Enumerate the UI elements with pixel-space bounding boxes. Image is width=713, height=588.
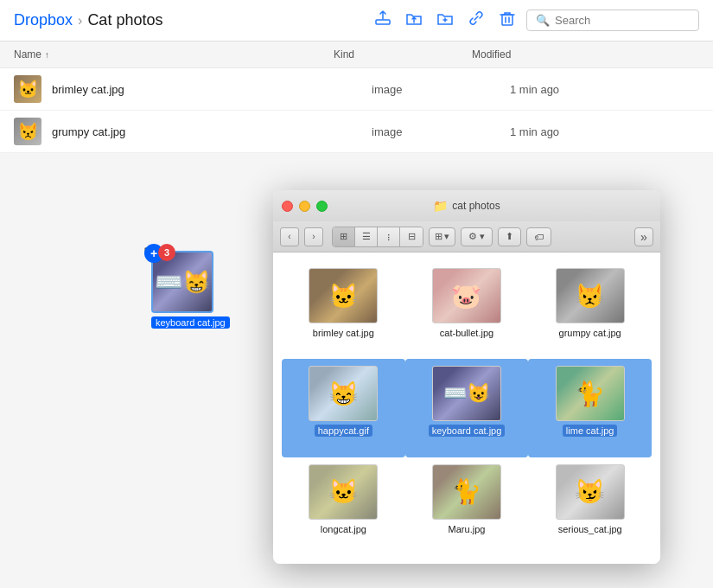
finder-item-thumb: 😾 [556, 268, 625, 323]
file-kind: image [372, 83, 510, 96]
col-header-modified[interactable]: Modified [472, 48, 699, 61]
view-cover-button[interactable]: ⊟ [400, 227, 423, 246]
drag-count-badge: 3 [158, 244, 175, 261]
finder-titlebar: 📁 cat photos [273, 190, 660, 221]
drag-thumbnail: ⌨️😸 [151, 251, 213, 313]
view-toggle-group: ⊞ ☰ ⫶ ⊟ [332, 227, 423, 247]
finder-item-thumb: 🐷 [432, 268, 501, 323]
finder-item[interactable]: 🐱 longcat.jpg [282, 457, 405, 555]
finder-item-thumb: 🐱 [309, 268, 378, 323]
breadcrumb-current: Cat photos [87, 11, 162, 29]
finder-item-label: Maru.jpg [445, 523, 489, 535]
drag-label: keyboard cat.jpg [151, 316, 230, 329]
finder-window: 📁 cat photos ‹ › ⊞ ☰ ⫶ ⊟ ⊞ ▾ ⚙ ▾ ⬆ 🏷 » [273, 190, 660, 564]
share-icon: ⬆ [506, 231, 513, 242]
search-box[interactable]: 🔍 [526, 10, 699, 31]
more-button[interactable]: » [634, 227, 653, 246]
upload-folder-icon[interactable] [405, 10, 423, 31]
tag-icon: 🏷 [534, 232, 544, 242]
finder-item-label: lime cat.jpg [563, 425, 618, 437]
arrange-chevron: ▾ [444, 231, 449, 242]
finder-item[interactable]: 🐱 brimley cat.jpg [282, 261, 405, 359]
file-thumbnail: 😾 [14, 118, 41, 145]
folder-icon: 📁 [433, 199, 448, 213]
col-header-name[interactable]: Name ↑ [14, 48, 334, 61]
file-list: 🐱 brimley cat.jpg image 1 min ago 😾 grum… [0, 68, 713, 153]
arrange-icon: ⊞ [435, 231, 442, 242]
table-row[interactable]: 🐱 brimley cat.jpg image 1 min ago [0, 68, 713, 111]
upload-file-icon[interactable] [374, 10, 392, 31]
file-thumbnail: 🐱 [14, 75, 41, 103]
finder-item-label: grumpy cat.jpg [556, 327, 625, 339]
nav-forward-button[interactable]: › [304, 227, 323, 246]
file-list-header: Name ↑ Kind Modified [0, 42, 713, 68]
copy-link-icon[interactable] [468, 10, 485, 31]
finder-grid: 🐱 brimley cat.jpg 🐷 cat-bullet.jpg 😾 gru… [273, 252, 660, 564]
svg-rect-0 [376, 20, 390, 24]
finder-item-thumb: ⌨️😺 [432, 366, 501, 421]
finder-item[interactable]: 😸 happycat.gif [282, 359, 405, 457]
file-modified: 1 min ago [510, 83, 699, 96]
view-list-button[interactable]: ☰ [355, 227, 378, 246]
share-button[interactable]: ⬆ [498, 227, 521, 246]
search-icon: 🔍 [536, 14, 550, 27]
breadcrumb: Dropbox › Cat photos [14, 11, 364, 29]
action-chevron: ▾ [480, 231, 485, 242]
finder-item-thumb: 🐱 [309, 464, 378, 520]
drag-item: ↖ + 3 ⌨️😸 keyboard cat.jpg [151, 251, 230, 329]
arrange-dropdown[interactable]: ⊞ ▾ [429, 227, 455, 246]
file-name: brimley cat.jpg [52, 83, 328, 96]
finder-item-label: brimley cat.jpg [309, 327, 378, 339]
top-bar: Dropbox › Cat photos [0, 0, 713, 42]
file-modified: 1 min ago [510, 125, 699, 138]
close-button[interactable] [282, 201, 293, 212]
file-kind: image [372, 125, 510, 138]
finder-item-label: keyboard cat.jpg [429, 425, 506, 437]
minimize-button[interactable] [299, 201, 310, 212]
file-name: grumpy cat.jpg [52, 125, 328, 138]
col-header-kind[interactable]: Kind [334, 48, 472, 61]
finder-item[interactable]: 🐈 Maru.jpg [405, 457, 529, 555]
gear-icon: ⚙ [468, 231, 477, 242]
finder-item-label: serious_cat.jpg [555, 523, 626, 535]
finder-item[interactable]: 😾 grumpy cat.jpg [528, 261, 652, 359]
finder-item[interactable]: 🐷 cat-bullet.jpg [405, 261, 529, 359]
finder-item-thumb: 😼 [556, 464, 625, 520]
finder-item-thumb: 😸 [309, 366, 378, 421]
finder-item-thumb: 🐈 [556, 366, 625, 421]
delete-icon[interactable] [499, 10, 516, 31]
action-button[interactable]: ⚙ ▾ [461, 227, 493, 246]
finder-item[interactable]: ⌨️😺 keyboard cat.jpg [405, 359, 529, 457]
finder-item[interactable]: 😼 serious_cat.jpg [528, 457, 652, 555]
tag-button[interactable]: 🏷 [526, 227, 551, 246]
search-input[interactable] [555, 14, 690, 27]
view-icon-button[interactable]: ⊞ [333, 227, 355, 246]
finder-item-thumb: 🐈 [432, 464, 501, 520]
finder-toolbar: ‹ › ⊞ ☰ ⫶ ⊟ ⊞ ▾ ⚙ ▾ ⬆ 🏷 » [273, 221, 660, 252]
breadcrumb-separator: › [78, 13, 82, 29]
finder-item-label: happycat.gif [315, 425, 372, 437]
finder-item-label: cat-bullet.jpg [436, 327, 497, 339]
new-folder-icon[interactable] [436, 10, 454, 31]
finder-title: 📁 cat photos [433, 199, 500, 213]
nav-back-button[interactable]: ‹ [280, 227, 299, 246]
table-row[interactable]: 😾 grumpy cat.jpg image 1 min ago [0, 111, 713, 153]
finder-item[interactable]: 🐈 lime cat.jpg [528, 359, 652, 457]
breadcrumb-home[interactable]: Dropbox [14, 11, 73, 29]
view-column-button[interactable]: ⫶ [378, 227, 400, 246]
finder-item-label: longcat.jpg [317, 523, 370, 535]
svg-rect-1 [502, 15, 512, 25]
maximize-button[interactable] [316, 201, 328, 212]
toolbar-icons [374, 10, 516, 31]
